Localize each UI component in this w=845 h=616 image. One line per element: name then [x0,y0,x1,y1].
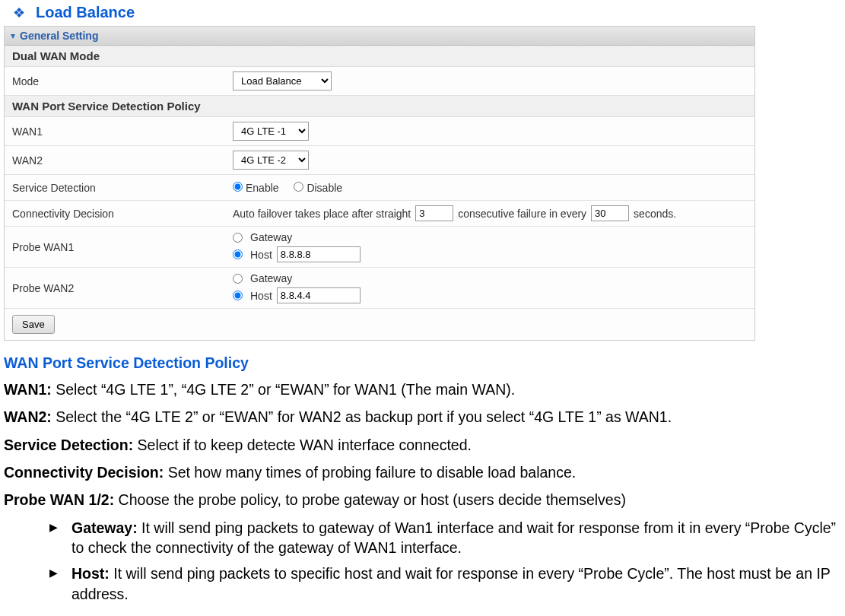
mode-select[interactable]: Load Balance [233,71,332,90]
desc-service-detection: Service Detection: Select if to keep det… [4,435,841,455]
failure-count-input[interactable] [415,205,453,221]
host-item: ▶ Host: It will send ping packets to spe… [49,564,841,604]
gateway-text-2: Gateway [250,272,292,284]
wan1-row: WAN1 4G LTE -1 [5,117,754,146]
dual-wan-mode-header: Dual WAN Mode [5,46,754,67]
wan2-select[interactable]: 4G LTE -2 [233,151,309,170]
service-detection-row: Service Detection Enable Disable [5,175,754,201]
desc-connectivity: Connectivity Decision: Set how many time… [4,462,841,482]
enable-radio[interactable] [233,182,243,192]
probe-wan1-label: Probe WAN1 [12,241,233,253]
disable-radio[interactable] [294,182,303,192]
desc-heading: WAN Port Service Detection Policy [4,354,841,372]
wan2-label: WAN2 [12,154,233,167]
probe-wan2-host-radio[interactable] [233,291,243,300]
conn-text-1: Auto failover takes place after straight [233,208,411,220]
mode-row: Mode Load Balance [5,67,754,96]
gateway-item: ▶ Gateway: It will send ping packets to … [49,518,841,558]
wan1-select[interactable]: 4G LTE -1 [233,122,309,141]
probe-wan2-row: Probe WAN2 Gateway Host [5,268,754,309]
probe-wan2-host-input[interactable] [277,287,361,303]
desc-wan2: WAN2: Select the “4G LTE 2” or “EWAN” fo… [4,407,841,427]
wan2-row: WAN2 4G LTE -2 [5,146,754,175]
section-label: General Setting [20,30,98,42]
enable-radio-label[interactable]: Enable [233,182,279,194]
diamond-icon: ❖ [13,5,25,21]
desc-probe-wan: Probe WAN 1/2: Choose the probe policy, … [4,490,841,510]
probe-wan2-gateway-radio[interactable] [233,274,243,284]
mode-label: Mode [12,75,233,87]
seconds-input[interactable] [591,205,629,221]
description-section: WAN Port Service Detection Policy WAN1: … [4,354,841,604]
section-general-setting[interactable]: ▾ General Setting [5,27,754,46]
probe-wan1-gateway-radio[interactable] [233,233,243,243]
page-title: Load Balance [36,4,135,21]
disable-text: Disable [307,182,342,194]
host-text-2: Host [250,290,272,302]
host-text: Host [250,249,272,261]
collapse-arrow-icon: ▾ [11,30,15,41]
connectivity-label: Connectivity Decision [12,208,233,220]
probe-wan1-row: Probe WAN1 Gateway Host [5,227,754,268]
policy-header: WAN Port Service Detection Policy [5,96,754,117]
config-panel: ▾ General Setting Dual WAN Mode Mode Loa… [4,26,755,341]
service-detection-label: Service Detection [12,182,233,194]
save-button[interactable]: Save [12,315,55,334]
probe-wan2-label: Probe WAN2 [12,282,233,294]
gateway-text: Gateway [250,231,292,243]
page-title-row: ❖ Load Balance [4,4,841,21]
enable-text: Enable [246,182,279,194]
probe-wan1-host-input[interactable] [277,246,361,262]
conn-text-3: seconds. [634,208,676,220]
triangle-icon: ▶ [49,567,58,604]
triangle-icon: ▶ [49,521,58,558]
disable-radio-label[interactable]: Disable [294,182,342,194]
desc-wan1: WAN1: Select “4G LTE 1”, “4G LTE 2” or “… [4,379,841,399]
probe-wan1-host-radio[interactable] [233,249,243,259]
wan1-label: WAN1 [12,125,233,138]
conn-text-2: consecutive failure in every [458,208,586,220]
probe-sublist: ▶ Gateway: It will send ping packets to … [4,518,841,604]
connectivity-row: Connectivity Decision Auto failover take… [5,201,754,227]
